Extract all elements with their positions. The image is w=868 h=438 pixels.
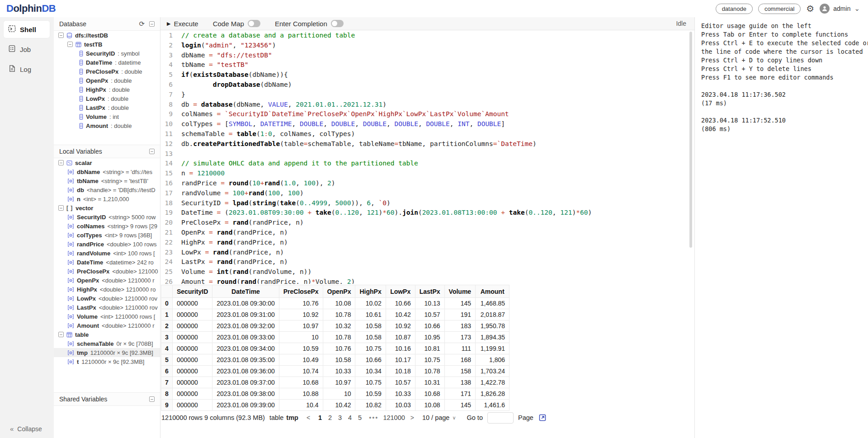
nav-item-log[interactable]: Log [4,61,50,78]
next-page-arrow[interactable]: > [410,414,415,421]
tree-node-column-LowPx[interactable]: LowPx: double [54,94,160,103]
tree-collapse-icon[interactable]: − [67,42,73,47]
datanode-button[interactable]: datanode [716,4,753,14]
page-size-select[interactable]: 10 / page ∨ [422,414,456,421]
code-line[interactable]: 15n = 1210000 [160,169,694,179]
var-item-schemaTable[interactable]: schemaTable 0r × 9c [708B] [54,339,160,348]
code-line[interactable]: 21OpenPx = rand(randPrice, n) [160,228,694,238]
tree-collapse-icon[interactable]: − [58,33,64,38]
settings-gear-icon[interactable]: ⚙ [806,4,814,13]
var-item-tbName[interactable]: tbName<string> = 'testTB' [54,176,160,185]
table-row[interactable]: 00000002023.01.08 09:30:0010.7610.0810.0… [161,298,509,309]
tree-node-column-SecurityID[interactable]: SecurityID: symbol [54,49,160,58]
code-line[interactable]: 17randVolume = 100+rand(100, 100) [160,188,694,198]
goto-page-input[interactable] [487,412,514,424]
tree-node-column-OpenPx[interactable]: OpenPx: double [54,76,160,85]
var-item-dbName[interactable]: dbName<string> = 'dfs://tes [54,167,160,176]
table-row[interactable]: 80000002023.01.08 09:38:0010.881010.5910… [161,388,509,400]
nav-item-job[interactable]: Job [4,41,50,58]
var-group-vector[interactable]: −[ ]vector [54,203,160,212]
code-line[interactable]: 6 dropDatabase(dbName) [160,80,694,90]
tree-node-column-Amount[interactable]: Amount: double [54,121,160,130]
code-line[interactable]: 8db = database(dbName, VALUE, 2021.01.01… [160,100,694,110]
code-line[interactable]: 20PreClosePx = rand(randPrice, n) [160,218,694,228]
page-number-1[interactable]: 1 [316,414,325,421]
var-group-scalar[interactable]: −scalar [54,158,160,167]
var-item-colNames[interactable]: colNames<string> 9 rows [29 [54,221,160,231]
prev-page-arrow[interactable]: < [306,414,311,421]
code-line[interactable]: 22HighPx = rand(randPrice, n) [160,238,694,248]
var-item-LastPx[interactable]: LastPx<double> 1210000 rov [54,303,160,312]
code-line[interactable]: 1// create a database and a partitioned … [160,31,694,41]
table-row[interactable]: 90000002023.01.08 09:39:0010.410.4210.82… [161,400,509,411]
code-line[interactable]: 14// simulate OHLC data and append it to… [160,159,694,169]
tree-node-column-PreClosePx[interactable]: PreClosePx: double [54,67,160,76]
var-item-tmp[interactable]: tmp 1210000r × 9c [92.3MB] [54,348,160,357]
export-open-icon[interactable] [539,414,546,421]
code-line[interactable]: 2login("admin", "123456") [160,41,694,51]
commercial-button[interactable]: commercial [758,4,801,14]
tree-collapse-icon[interactable]: − [58,205,64,211]
tree-node-database[interactable]: −dfs://testDB [54,31,160,40]
tree-node-column-LastPx[interactable]: LastPx: double [54,103,160,112]
code-line[interactable]: 18SecurityID = lpad(string(take(0..4999,… [160,198,694,208]
code-map-toggle[interactable] [248,20,260,27]
editor-scrollbar[interactable] [689,32,692,248]
page-number-2[interactable]: 2 [326,414,335,421]
var-item-t[interactable]: t 1210000r × 9c [92.3MB] [54,357,160,366]
code-line[interactable]: 16randPrice = round(10+rand(1.0, 100), 2… [160,179,694,188]
code-line[interactable]: 3dbName = "dfs://testDB" [160,51,694,61]
table-row[interactable]: 60000002023.01.08 09:36:0010.7410.3310.3… [161,366,509,377]
var-group-table[interactable]: −table [54,330,160,339]
table-row[interactable]: 70000002023.01.08 09:37:0010.6810.9710.7… [161,377,509,388]
code-line[interactable]: 5if(existsDatabase(dbName)){ [160,70,694,80]
tree-node-table[interactable]: −testTB [54,40,160,49]
code-line[interactable]: 25Volume = int(rand(randVolume, n)) [160,267,694,277]
var-item-SecurityID[interactable]: SecurityID<string> 5000 row [54,212,160,221]
table-row[interactable]: 40000002023.01.08 09:34:0010.5910.7610.7… [161,343,509,354]
var-item-colTypes[interactable]: colTypes<int> 9 rows [36B] [54,231,160,240]
var-item-Amount[interactable]: Amount<double> 1210000 r [54,321,160,330]
var-item-OpenPx[interactable]: OpenPx<double> 1210000 r [54,276,160,285]
collapse-database-panel-icon[interactable]: − [149,21,155,27]
tree-collapse-icon[interactable]: − [58,332,64,337]
code-line[interactable]: 4tbName = "testTB" [160,60,694,70]
collapse-local-variables-icon[interactable]: − [149,149,155,154]
code-line[interactable]: 11schemaTable = table(1:0, colNames, col… [160,129,694,139]
table-row[interactable]: 10000002023.01.08 09:31:0010.9210.7810.6… [161,309,509,320]
user-avatar-icon[interactable] [820,4,830,14]
enter-completion-toggle[interactable] [331,20,344,27]
page-ellipsis[interactable]: ••• [369,414,378,421]
var-item-randVolume[interactable]: randVolume<int> 100 rows [ [54,249,160,258]
var-item-db[interactable]: db<handle> = 'DB[dfs://testD [54,185,160,194]
table-row[interactable]: 30000002023.01.08 09:33:001010.7810.5810… [161,332,509,343]
tree-collapse-icon[interactable]: − [58,160,64,165]
code-line[interactable]: 7} [160,90,694,100]
var-item-PreClosePx[interactable]: PreClosePx<double> 121000 [54,267,160,276]
code-line[interactable]: 13 [160,149,694,159]
collapse-sidebar-button[interactable]: « Collapse [0,425,54,433]
tree-node-column-Volume[interactable]: Volume: int [54,112,160,121]
code-line[interactable]: 9colNames = `SecurityID`DateTime`PreClos… [160,109,694,119]
code-line[interactable]: 26Amount = round(rand(randPrice, n)*Volu… [160,277,694,284]
table-row[interactable]: 50000002023.01.08 09:35:0010.4910.5810.6… [161,354,509,366]
var-item-randPrice[interactable]: randPrice<double> 100 rows [54,240,160,249]
refresh-icon[interactable]: ⟳ [139,21,145,27]
table-row[interactable]: 20000002023.01.08 09:32:0010.9710.3210.5… [161,320,509,332]
code-editor[interactable]: 1// create a database and a partitioned … [160,30,694,284]
code-line[interactable]: 23LowPx = rand(randPrice, n) [160,248,694,258]
user-name[interactable]: admin [833,5,850,12]
last-page-number[interactable]: 121000 [383,414,405,421]
tree-node-column-HighPx[interactable]: HighPx: double [54,85,160,94]
var-item-LowPx[interactable]: LowPx<double> 1210000 rov [54,294,160,303]
page-number-5[interactable]: 5 [355,414,364,421]
execute-button[interactable]: ▶ Execute [167,20,198,28]
code-line[interactable]: 24LastPx = rand(randPrice, n) [160,257,694,267]
var-item-DateTime[interactable]: DateTime<datetime> 242 ro [54,258,160,267]
var-item-HighPx[interactable]: HighPx<double> 1210000 ro [54,285,160,294]
code-line[interactable]: 10colTypes = [SYMBOL, DATETIME, DOUBLE, … [160,119,694,129]
chevron-down-icon[interactable]: ⌄ [854,6,860,11]
nav-item-shell[interactable]: Shell [4,21,50,38]
code-line[interactable]: 19DateTime = (2023.01.08T09:30:00 + take… [160,208,694,218]
var-item-Volume[interactable]: Volume<int> 1210000 rows [ [54,312,160,321]
